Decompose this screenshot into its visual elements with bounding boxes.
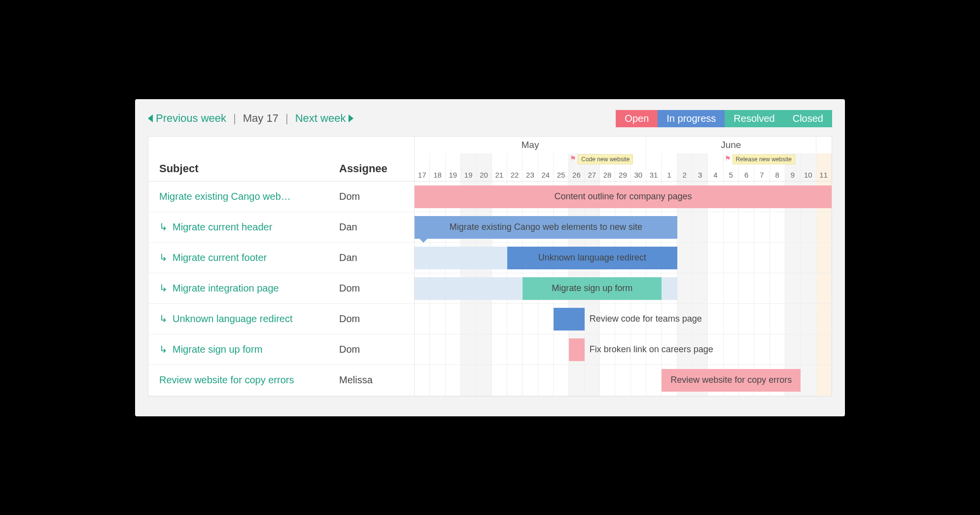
nav-separator: |: [233, 112, 236, 125]
timeline-row: Migrate sign up form: [415, 273, 832, 304]
timeline-header: MayJune 1718191920212223242526⚑Code new …: [415, 137, 832, 181]
day-cell: 17: [415, 153, 430, 181]
gantt-bar[interactable]: Content outline for company pages: [415, 185, 832, 208]
timeline-row: Review code for teams page: [415, 304, 832, 334]
task-assignee: Dom: [339, 191, 403, 202]
legend-closed[interactable]: Closed: [784, 110, 832, 127]
gantt-bar[interactable]: [415, 277, 523, 300]
milestone-label: Code new website: [578, 154, 633, 164]
task-subject-link[interactable]: ↳Migrate current footer: [159, 252, 339, 263]
nav-separator: |: [285, 112, 288, 125]
timeline-row: Unknown language redirect: [415, 243, 832, 273]
gantt-header: Subject Assignee MayJune 171819192021222…: [148, 137, 832, 182]
task-subject-link[interactable]: ↳Unknown language redirect: [159, 313, 339, 325]
gantt-bar-label: Review website for copy errors: [670, 375, 792, 385]
milestone-flag-icon: ⚑: [570, 154, 576, 162]
gantt-body: Migrate existing Cango web…Dom↳Migrate c…: [148, 182, 832, 396]
timeline-row: Migrate existing Cango web elements to n…: [415, 212, 832, 243]
column-subject: Subject: [159, 162, 339, 175]
bar-tail-icon: [420, 239, 427, 243]
prev-week-link[interactable]: Previous week: [148, 112, 226, 125]
day-cell: 23: [523, 153, 538, 181]
week-nav: Previous week | May 17 | Next week: [148, 112, 353, 125]
gantt-bar[interactable]: Fix broken link on careers page: [569, 338, 584, 361]
day-cell: 31: [646, 153, 662, 181]
legend-in-progress[interactable]: In progress: [658, 110, 725, 127]
prev-week-label: Previous week: [156, 112, 226, 125]
left-header-col: Subject Assignee: [148, 137, 415, 181]
day-cell: 11: [816, 153, 832, 181]
day-cell: 19: [461, 153, 476, 181]
day-cell: 3: [693, 153, 708, 181]
subtask-arrow-icon: ↳: [159, 344, 168, 355]
day-cell: 5⚑Release new website: [724, 153, 739, 181]
day-cell: 10: [801, 153, 816, 181]
task-assignee: Dom: [339, 283, 403, 294]
day-cell: 21: [492, 153, 507, 181]
legend-open[interactable]: Open: [616, 110, 658, 127]
timeline-body: Content outline for company pagesMigrate…: [415, 182, 832, 396]
gantt-bar-label: Migrate sign up form: [552, 283, 632, 294]
task-row: ↳Migrate integration pageDom: [148, 273, 414, 304]
day-cell: 4: [708, 153, 723, 181]
next-week-label: Next week: [295, 112, 346, 125]
task-subject-link[interactable]: ↳Migrate sign up form: [159, 343, 339, 355]
task-assignee: Dan: [339, 221, 403, 233]
gantt-bar-label: Fix broken link on careers page: [590, 344, 713, 355]
task-row: ↳Migrate current headerDan: [148, 212, 414, 243]
gantt-bar-label: Review code for teams page: [590, 314, 702, 324]
task-subject-link[interactable]: Migrate existing Cango web…: [159, 191, 339, 202]
gantt-bar[interactable]: Migrate sign up form: [523, 277, 662, 300]
day-cell: 26⚑Code new website: [569, 153, 584, 181]
milestone-label: Release new website: [733, 154, 795, 164]
gantt-chart: Subject Assignee MayJune 171819192021222…: [148, 136, 832, 397]
day-cell: 19: [446, 153, 461, 181]
gantt-bar[interactable]: [415, 247, 507, 269]
task-assignee: Dom: [339, 313, 403, 325]
task-row: ↳Migrate current footerDan: [148, 243, 414, 273]
day-cell: 20: [476, 153, 491, 181]
task-assignee: Dan: [339, 252, 403, 263]
day-cell: 18: [430, 153, 445, 181]
day-cell: 25: [554, 153, 569, 181]
gantt-bar-label: Migrate existing Cango web elements to n…: [450, 222, 642, 232]
column-assignee: Assignee: [339, 162, 403, 175]
gantt-panel: Previous week | May 17 | Next week OpenI…: [135, 99, 845, 416]
gantt-bar-label: Content outline for company pages: [554, 191, 692, 202]
day-cell: 2: [677, 153, 693, 181]
timeline-row: Fix broken link on careers page: [415, 334, 832, 365]
task-row: Review website for copy errorsMelissa: [148, 365, 414, 396]
timeline-row: Content outline for company pages: [415, 182, 832, 212]
task-subject-link[interactable]: ↳Migrate current header: [159, 221, 339, 233]
gantt-bar[interactable]: Migrate existing Cango web elements to n…: [415, 216, 677, 239]
day-cell: 1: [662, 153, 677, 181]
gantt-bar[interactable]: Unknown language redirect: [507, 247, 677, 269]
gantt-bar[interactable]: Review code for teams page: [554, 308, 585, 331]
current-date: May 17: [243, 112, 279, 125]
task-assignee: Dom: [339, 344, 403, 355]
task-subject-link[interactable]: Review website for copy errors: [159, 374, 339, 386]
task-row: Migrate existing Cango web…Dom: [148, 182, 414, 212]
task-assignee: Melissa: [339, 374, 403, 386]
subtask-arrow-icon: ↳: [159, 313, 168, 324]
timeline-row: Review website for copy errors: [415, 365, 832, 396]
month-cell: June: [646, 137, 816, 153]
subtask-arrow-icon: ↳: [159, 283, 168, 294]
status-legend: OpenIn progressResolvedClosed: [616, 110, 832, 127]
milestone-flag-icon: ⚑: [725, 154, 731, 162]
legend-resolved[interactable]: Resolved: [725, 110, 783, 127]
task-row: ↳Unknown language redirectDom: [148, 304, 414, 334]
task-subject-link[interactable]: ↳Migrate integration page: [159, 282, 339, 294]
chevron-right-icon: [349, 114, 353, 122]
subtask-arrow-icon: ↳: [159, 221, 168, 232]
chevron-left-icon: [148, 114, 153, 122]
month-cell: May: [415, 137, 646, 153]
day-cell: 24: [538, 153, 554, 181]
subtask-arrow-icon: ↳: [159, 252, 168, 263]
next-week-link[interactable]: Next week: [295, 112, 354, 125]
gantt-bar[interactable]: [662, 277, 677, 300]
gantt-bar[interactable]: Review website for copy errors: [662, 369, 801, 392]
gantt-bar-label: Unknown language redirect: [538, 253, 646, 263]
topbar: Previous week | May 17 | Next week OpenI…: [148, 110, 832, 127]
day-cell: 22: [507, 153, 523, 181]
